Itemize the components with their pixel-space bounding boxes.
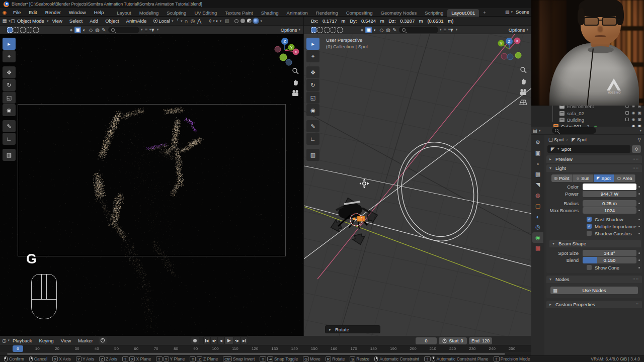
show-selectable-icon[interactable]: ▣ (365, 27, 372, 33)
viewport-menu-item[interactable]: View (48, 18, 65, 24)
animate-dot[interactable] (638, 259, 640, 261)
tab-world[interactable]: ◍ (532, 190, 543, 201)
workspace-tab[interactable]: Layout.001 (447, 9, 479, 17)
tool-measure[interactable]: ∟ (306, 133, 319, 145)
workspace-tab[interactable]: Animation (283, 9, 312, 17)
proportional-falloff-icon[interactable]: ⋀ (196, 18, 203, 24)
select-mode-intersect-icon[interactable] (337, 27, 343, 33)
timeline-ruler[interactable]: 1020304050607080901001101201301401501601… (0, 345, 531, 352)
animate-dot[interactable] (638, 203, 640, 204)
outliner-row[interactable]: Environment ◉▣ (531, 106, 644, 110)
camera-view-icon[interactable] (519, 88, 527, 96)
tool-transform[interactable]: ◉ (3, 104, 16, 116)
tool-transform[interactable]: ◉ (306, 104, 319, 116)
timeline-menu-item[interactable]: Playback (9, 338, 36, 343)
timeline-menu-item[interactable]: Marker (74, 338, 97, 343)
playhead[interactable]: 0 (13, 345, 23, 352)
tab-object-data[interactable]: ◉ (532, 232, 543, 243)
camera-visibility-icon[interactable]: ▣ (637, 111, 641, 115)
current-frame-field[interactable]: 0 (416, 337, 437, 344)
timeline-menu-item[interactable]: Keying (36, 338, 57, 343)
animate-dot[interactable] (638, 233, 640, 234)
viewport-left-content[interactable]: G ▸ ⌖ ✥ ↻ ◱ ◉ ✎ ∟ ▥ Z Y X (0, 34, 303, 336)
viewport-3d[interactable]: Dx: 0.1717 m Dy: 0.5424 m Dz: 0.3207 m (… (303, 17, 531, 336)
viewport-search[interactable] (108, 27, 139, 33)
hide-eye-icon[interactable]: ◉ (631, 106, 635, 108)
animate-dot[interactable] (638, 252, 640, 254)
tool-annotate[interactable]: ✎ (3, 120, 16, 132)
animate-dot[interactable] (638, 193, 640, 195)
light-type-spot[interactable]: ◤Spot (594, 174, 615, 182)
filter-funnel-icon[interactable]: ▼▾ (450, 27, 457, 33)
viewport-menu-item[interactable]: AnimAide (123, 18, 150, 24)
hide-eye-icon[interactable]: ◉ (631, 117, 635, 122)
scene-selector[interactable]: ▨ ▾ Scene (505, 9, 529, 15)
outliner-row[interactable]: Cube.001 2 ⚭ ◉▣ (531, 123, 644, 127)
viewport-right-content[interactable]: User Perspective (0) Collection | Spot ▸… (304, 34, 531, 336)
outliner-row[interactable]: sofa_02 ◉▣ (531, 110, 644, 117)
light-color-swatch[interactable] (583, 184, 636, 190)
camera-view-icon[interactable] (291, 89, 299, 97)
animate-dot[interactable] (638, 267, 640, 268)
prev-keyframe-button[interactable]: ◀ (211, 337, 217, 344)
tool-cursor[interactable]: ⌖ (3, 50, 16, 62)
tab-tool[interactable]: ⚙ (532, 137, 543, 148)
tool-add-cube[interactable]: ▥ (3, 149, 16, 161)
light-type-area[interactable]: ▭Area (614, 174, 635, 182)
options-button[interactable]: Options▾ (281, 27, 300, 33)
editor-type-icon[interactable]: ▤▾ (533, 127, 540, 134)
light-name-field[interactable]: ◤ ▾ Spot (547, 145, 630, 153)
tool-select-box[interactable]: ▸ (3, 38, 16, 50)
play-button[interactable]: ▶ (225, 337, 233, 344)
show-cone-checkbox[interactable] (587, 265, 592, 270)
cast-shadow-checkbox[interactable]: ✓ (587, 217, 592, 222)
tab-physics[interactable]: ◐ (532, 211, 543, 222)
pin-icon[interactable]: ⚲ (637, 137, 641, 142)
editor-type-icon[interactable]: ▦▾ (3, 18, 10, 24)
show-instances-icon[interactable]: ◇ (88, 27, 94, 33)
tool-move[interactable]: ✥ (3, 66, 16, 78)
shading-wireframe-icon[interactable] (234, 19, 238, 23)
annotate-brush-icon[interactable]: ✎ (101, 27, 107, 33)
spot-size-field[interactable]: 34.8° (583, 250, 636, 256)
outliner-row[interactable]: Building ◉▣ (531, 117, 644, 123)
menu-item[interactable]: Render (41, 10, 65, 15)
workspace-tab[interactable]: Rendering (312, 9, 342, 17)
tool-add-cube[interactable]: ▥ (306, 149, 319, 161)
exclude-checkbox[interactable] (625, 106, 629, 108)
panel-beam-shape[interactable]: ▾Beam Shape (549, 240, 641, 247)
use-nodes-button[interactable]: ▦ Use Nodes (550, 287, 638, 294)
mode-selector[interactable]: Object Mode (17, 18, 44, 24)
gizmo-toggle-icon[interactable]: ◊▾ (209, 18, 215, 24)
overlays-toggle-icon[interactable]: ◖▾ (215, 18, 222, 24)
tool-measure[interactable]: ∟ (3, 133, 16, 145)
grid-perspective-icon[interactable] (519, 99, 527, 106)
transform-orientation[interactable]: Local (158, 18, 170, 24)
play-reverse-button[interactable]: ◀ (218, 337, 224, 344)
workspace-tab[interactable]: Texture Paint (221, 9, 257, 17)
tab-texture[interactable]: ▩ (532, 243, 543, 253)
pan-hand-icon[interactable] (520, 77, 527, 85)
exclude-checkbox[interactable] (625, 111, 629, 115)
show-world-icon[interactable]: ◍ (94, 27, 101, 33)
select-mode-subtract-icon[interactable] (324, 27, 330, 33)
navigation-gizmo[interactable]: Z Y X (270, 35, 301, 66)
options-button[interactable]: Options▾ (509, 27, 528, 33)
panel-light[interactable]: ▾Light∷∷ (546, 164, 642, 172)
fake-user-shield-button[interactable]: ◇ (632, 145, 641, 153)
tool-scale[interactable]: ◱ (306, 92, 319, 104)
workspace-tab[interactable]: Sculpting (163, 9, 190, 17)
breadcrumb-object[interactable]: Spot (554, 137, 564, 142)
shadow-caustics-checkbox[interactable] (587, 231, 592, 236)
camera-visibility-icon[interactable]: ▣ (637, 117, 641, 122)
viewport-menu-item[interactable]: Add (86, 18, 102, 24)
light-type-sun[interactable]: ☼Sun (573, 174, 594, 182)
shading-solid-icon[interactable] (240, 19, 245, 23)
select-mode-extend-icon[interactable] (317, 27, 323, 33)
zoom-icon[interactable] (292, 67, 299, 75)
show-selectable-icon[interactable]: ▣ (74, 27, 81, 33)
camera-visibility-icon[interactable]: ▣ (637, 106, 641, 108)
workspace-tab[interactable]: Compositing (342, 9, 377, 17)
filter-funnel-icon[interactable]: ▼▾ (151, 27, 158, 33)
tool-rotate[interactable]: ↻ (3, 79, 16, 91)
